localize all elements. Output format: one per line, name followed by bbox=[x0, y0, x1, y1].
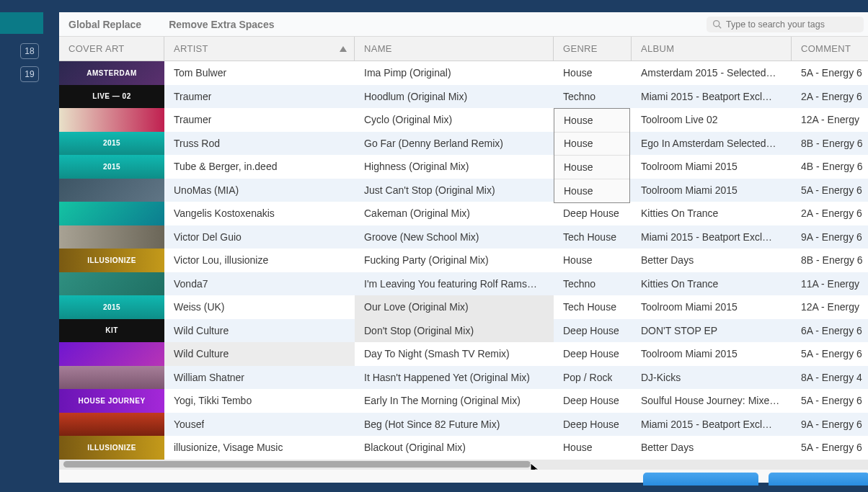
album-cell[interactable]: Soulful House Journey: Mixe… bbox=[632, 389, 792, 413]
name-cell[interactable]: Early In The Morning (Original Mix) bbox=[355, 389, 554, 413]
comment-cell[interactable]: 5A - Energy 6 bbox=[792, 61, 868, 85]
name-cell[interactable]: Blackout (Original Mix) bbox=[355, 436, 554, 460]
table-row[interactable]: ILLUSIONIZEillusionize, Visage MusicBlac… bbox=[59, 436, 868, 460]
comment-cell[interactable]: 5A - Energy 6 bbox=[792, 436, 868, 460]
table-row[interactable]: UnoMas (MIA)Just Can't Stop (Original Mi… bbox=[59, 179, 868, 202]
album-cell[interactable]: Better Days bbox=[632, 436, 792, 460]
sidebar-badge-2[interactable]: 19 bbox=[20, 66, 39, 82]
comment-cell[interactable]: 2A - Energy 6 bbox=[792, 202, 868, 225]
artist-cell[interactable]: Victor Del Guio bbox=[164, 225, 355, 249]
artist-cell[interactable]: Wild Culture bbox=[164, 342, 355, 366]
album-cell[interactable]: Toolroom Live 02 bbox=[632, 108, 792, 132]
table-row[interactable]: Victor Del GuioGroove (New School Mix)Te… bbox=[59, 225, 868, 249]
album-cell[interactable]: Ego In Amsterdam Selected… bbox=[632, 132, 792, 156]
name-cell[interactable]: Just Can't Stop (Original Mix) bbox=[355, 179, 554, 202]
comment-cell[interactable]: 2A - Energy 6 bbox=[792, 85, 868, 109]
name-cell[interactable]: Highness (Original Mix) bbox=[355, 155, 554, 179]
artist-cell[interactable]: Tom Bulwer bbox=[164, 61, 355, 85]
genre-cell[interactable]: Deep House bbox=[554, 319, 632, 343]
table-row[interactable]: 2015Truss RodGo Far (Denny Berland Remix… bbox=[59, 132, 868, 156]
header-album[interactable]: ALBUM bbox=[632, 37, 792, 61]
album-cell[interactable]: Toolroom Miami 2015 bbox=[632, 295, 792, 319]
name-cell[interactable]: Cakeman (Original Mix) bbox=[355, 202, 554, 225]
artist-cell[interactable]: Vonda7 bbox=[164, 272, 355, 296]
table-row[interactable]: LIVE — 02TraumerHoodlum (Original Mix)Te… bbox=[59, 85, 868, 109]
artist-cell[interactable]: Traumer bbox=[164, 85, 355, 109]
genre-cell[interactable]: Tech House bbox=[554, 225, 632, 249]
album-cell[interactable]: Miami 2015 - Beatport Excl… bbox=[632, 225, 792, 249]
genre-cell[interactable]: House bbox=[554, 249, 632, 272]
table-row[interactable]: William ShatnerIt Hasn't Happened Yet (O… bbox=[59, 366, 868, 390]
search-box[interactable] bbox=[707, 17, 864, 32]
name-cell[interactable]: Beg (Hot Since 82 Future Mix) bbox=[355, 413, 554, 437]
album-cell[interactable]: Amsterdam 2015 - Selected… bbox=[632, 61, 792, 85]
genre-edit-row[interactable]: House bbox=[554, 156, 629, 179]
name-cell[interactable]: Hoodlum (Original Mix) bbox=[355, 85, 554, 109]
table-row[interactable]: AMSTERDAMTom BulwerIma Pimp (Original)Ho… bbox=[59, 61, 868, 85]
comment-cell[interactable]: 8B - Energy 6 bbox=[792, 132, 868, 156]
genre-edit-row[interactable]: House bbox=[554, 109, 629, 133]
artist-cell[interactable]: UnoMas (MIA) bbox=[164, 179, 355, 202]
album-cell[interactable]: Toolroom Miami 2015 bbox=[632, 342, 792, 366]
comment-cell[interactable]: 12A - Energy bbox=[792, 108, 868, 132]
table-row[interactable]: Vangelis KostoxenakisCakeman (Original M… bbox=[59, 202, 868, 225]
sidebar-badge-1[interactable]: 18 bbox=[20, 43, 39, 59]
comment-cell[interactable]: 9A - Energy 6 bbox=[792, 413, 868, 437]
header-genre[interactable]: GENRE bbox=[554, 37, 632, 61]
album-cell[interactable]: Kitties On Trance bbox=[632, 272, 792, 296]
genre-cell[interactable]: House bbox=[554, 436, 632, 460]
comment-cell[interactable]: 9A - Energy 6 bbox=[792, 225, 868, 249]
table-row[interactable]: 2015Tube & Berger, in.deedHighness (Orig… bbox=[59, 155, 868, 179]
album-cell[interactable]: Miami 2015 - Beatport Excl… bbox=[632, 413, 792, 437]
table-row[interactable]: 2015Weiss (UK)Our Love (Original Mix)Tec… bbox=[59, 295, 868, 319]
header-name[interactable]: NAME bbox=[355, 37, 554, 61]
artist-cell[interactable]: illusionize, Visage Music bbox=[164, 436, 355, 460]
comment-cell[interactable]: 8B - Energy 6 bbox=[792, 249, 868, 272]
album-cell[interactable]: Kitties On Trance bbox=[632, 202, 792, 225]
table-row[interactable]: TraumerCyclo (Original Mix)Toolroom Live… bbox=[59, 108, 868, 132]
comment-cell[interactable]: 5A - Energy 6 bbox=[792, 342, 868, 366]
bottom-button-1[interactable] bbox=[643, 473, 758, 486]
comment-cell[interactable]: 8A - Energy 4 bbox=[792, 366, 868, 390]
genre-cell[interactable]: Techno bbox=[554, 85, 632, 109]
genre-cell[interactable]: Deep House bbox=[554, 202, 632, 225]
genre-cell[interactable]: Deep House bbox=[554, 342, 632, 366]
artist-cell[interactable]: Weiss (UK) bbox=[164, 295, 355, 319]
header-cover-art[interactable]: COVER ART bbox=[59, 37, 164, 61]
horizontal-scrollbar[interactable] bbox=[59, 460, 868, 470]
genre-cell[interactable]: Techno bbox=[554, 272, 632, 296]
remove-spaces-button[interactable]: Remove Extra Spaces bbox=[169, 19, 274, 30]
table-row[interactable]: KITWild CultureDon't Stop (Original Mix)… bbox=[59, 319, 868, 343]
genre-cell[interactable]: Deep House bbox=[554, 389, 632, 413]
search-input[interactable] bbox=[726, 19, 858, 30]
genre-cell[interactable]: Deep House bbox=[554, 413, 632, 437]
table-row[interactable]: Wild CultureDay To Night (Smash TV Remix… bbox=[59, 342, 868, 366]
table-row[interactable]: HOUSE JOURNEYYogi, Tikki TemboEarly In T… bbox=[59, 389, 868, 413]
artist-cell[interactable]: Victor Lou, illusionize bbox=[164, 249, 355, 272]
genre-cell[interactable]: Pop / Rock bbox=[554, 366, 632, 390]
artist-cell[interactable]: Wild Culture bbox=[164, 319, 355, 343]
comment-cell[interactable]: 4B - Energy 6 bbox=[792, 155, 868, 179]
name-cell[interactable]: Ima Pimp (Original) bbox=[355, 61, 554, 85]
header-comment[interactable]: COMMENT bbox=[792, 37, 868, 61]
name-cell[interactable]: Day To Night (Smash TV Remix) bbox=[355, 342, 554, 366]
header-artist[interactable]: ARTIST bbox=[164, 37, 355, 61]
artist-cell[interactable]: Yogi, Tikki Tembo bbox=[164, 389, 355, 413]
global-replace-button[interactable]: Global Replace bbox=[68, 19, 141, 30]
artist-cell[interactable]: Truss Rod bbox=[164, 132, 355, 156]
comment-cell[interactable]: 12A - Energy bbox=[792, 295, 868, 319]
artist-cell[interactable]: Yousef bbox=[164, 413, 355, 437]
comment-cell[interactable]: 11A - Energy bbox=[792, 272, 868, 296]
genre-edit-row[interactable]: House bbox=[554, 133, 629, 156]
genre-edit-overlay[interactable]: HouseHouseHouseHouse bbox=[554, 108, 630, 203]
artist-cell[interactable]: William Shatner bbox=[164, 366, 355, 390]
comment-cell[interactable]: 5A - Energy 6 bbox=[792, 389, 868, 413]
name-cell[interactable]: Don't Stop (Original Mix) bbox=[355, 319, 554, 343]
name-cell[interactable]: Go Far (Denny Berland Remix) bbox=[355, 132, 554, 156]
artist-cell[interactable]: Vangelis Kostoxenakis bbox=[164, 202, 355, 225]
name-cell[interactable]: Fucking Party (Original Mix) bbox=[355, 249, 554, 272]
album-cell[interactable]: Better Days bbox=[632, 249, 792, 272]
album-cell[interactable]: DJ-Kicks bbox=[632, 366, 792, 390]
genre-edit-row[interactable]: House bbox=[554, 179, 629, 203]
scrollbar-thumb[interactable] bbox=[63, 461, 531, 468]
